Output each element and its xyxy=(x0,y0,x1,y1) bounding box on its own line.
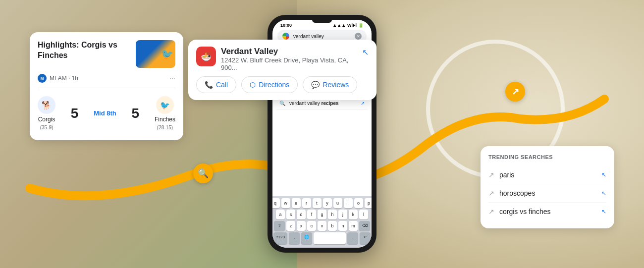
place-action-buttons: 📞 Call ⬡ Directions 💬 Reviews xyxy=(196,76,369,93)
key-x[interactable]: x xyxy=(297,221,306,231)
trending-icon: ↗ xyxy=(488,208,494,215)
external-link-icon: ↖ xyxy=(601,171,606,178)
key-k[interactable]: k xyxy=(349,210,358,219)
sports-card-title: Highlights: Corgis vs Finches xyxy=(38,40,130,61)
sports-score: 🐕 Corgis (35-9) 5 Mid 8th 5 🐦 Finches (2… xyxy=(38,94,175,132)
external-link-icon: ↖ xyxy=(601,190,606,197)
suggestion-text: verdant valley recipes xyxy=(289,101,357,106)
search-icon: 🔍 xyxy=(198,168,209,179)
key-c[interactable]: c xyxy=(307,221,316,231)
key-comma[interactable]: , xyxy=(289,232,300,244)
trending-up-icon: ↗ xyxy=(512,86,519,97)
key-b[interactable]: b xyxy=(328,221,337,231)
trending-item-paris[interactable]: ↗ paris ↖ xyxy=(488,166,606,184)
trending-card: TRENDING SEARCHES ↗ paris ↖ ↗ horoscopes… xyxy=(481,146,614,228)
key-r[interactable]: r xyxy=(302,198,311,208)
place-info: Verdant Valley 12422 W. Bluff Creek Driv… xyxy=(221,47,357,71)
key-i[interactable]: i xyxy=(344,198,353,208)
place-address: 12422 W. Bluff Creek Drive, Playa Vista,… xyxy=(221,56,357,71)
external-link-icon: ↖ xyxy=(601,208,606,215)
trending-item-corgis[interactable]: ↗ corgis vs finches ↖ xyxy=(488,203,606,220)
expand-icon[interactable]: ↖ xyxy=(362,48,369,57)
key-f[interactable]: f xyxy=(307,210,316,219)
keyboard-row-4: ?123 , 🌐 . ↵ xyxy=(273,232,371,244)
sports-card-header: Highlights: Corgis vs Finches 🐦 xyxy=(38,40,175,68)
place-result-card: 🍜 Verdant Valley 12422 W. Bluff Creek Dr… xyxy=(188,40,376,100)
trending-item-horoscopes[interactable]: ↗ horoscopes ↖ xyxy=(488,184,606,203)
wifi-icon: WiFi xyxy=(347,23,357,28)
directions-icon: ⬡ xyxy=(250,81,256,89)
call-icon: 📞 xyxy=(205,81,213,89)
call-button[interactable]: 📞 Call xyxy=(196,76,236,93)
place-icon: 🍜 xyxy=(196,47,216,66)
key-s[interactable]: s xyxy=(286,210,295,219)
search-bubble: 🔍 xyxy=(193,163,213,183)
key-a[interactable]: a xyxy=(276,210,285,219)
team-finches: 🐦 Finches (28-15) xyxy=(155,96,175,130)
phone-notch xyxy=(312,20,332,23)
time-display: 10:00 xyxy=(280,23,292,28)
key-u[interactable]: u xyxy=(333,198,342,208)
team-corgis: 🐕 Corgis (35-9) xyxy=(38,96,55,130)
source-label: MLAM · 1h xyxy=(50,75,78,82)
key-j[interactable]: j xyxy=(338,210,347,219)
reviews-icon: 💬 xyxy=(311,81,320,89)
place-name: Verdant Valley xyxy=(221,47,357,56)
clear-search-button[interactable]: ✕ xyxy=(355,33,362,40)
keyboard[interactable]: q w e r t y u i o p a s d f g h xyxy=(272,196,372,248)
signal-icons: ▲▲▲ WiFi 🔋 xyxy=(332,23,364,28)
key-period[interactable]: . xyxy=(347,232,358,244)
search-icon: 🔍 xyxy=(279,101,285,106)
key-globe[interactable]: 🌐 xyxy=(301,232,312,244)
finches-icon: 🐦 xyxy=(156,96,174,114)
score-team2: 5 xyxy=(132,106,140,121)
key-l[interactable]: l xyxy=(359,210,368,219)
sports-thumbnail: 🐦 xyxy=(136,40,175,68)
key-shift[interactable]: ⇧ xyxy=(274,221,285,231)
sports-card: Highlights: Corgis vs Finches 🐦 M MLAM ·… xyxy=(30,32,183,140)
trending-text: corgis vs finches xyxy=(499,208,596,215)
key-m[interactable]: m xyxy=(349,221,358,231)
directions-button[interactable]: ⬡ Directions xyxy=(241,76,298,93)
inning-info: Mid 8th xyxy=(94,109,116,117)
key-o[interactable]: o xyxy=(354,198,363,208)
key-e[interactable]: e xyxy=(292,198,301,208)
google-logo xyxy=(282,33,289,40)
trending-text: horoscopes xyxy=(499,189,596,197)
battery-icon: 🔋 xyxy=(358,23,364,28)
trending-icon: ↗ xyxy=(488,189,494,197)
sports-card-meta: M MLAM · 1h ··· xyxy=(38,74,175,88)
thumbnail-bg: 🐦 xyxy=(136,40,175,68)
trending-icon: ↗ xyxy=(488,171,494,179)
link-icon: ↗ xyxy=(361,101,365,106)
key-n[interactable]: n xyxy=(338,221,347,231)
keyboard-row-2: a s d f g h j k l xyxy=(273,210,371,219)
search-input-text: verdant valley xyxy=(293,34,351,39)
key-num[interactable]: ?123 xyxy=(273,232,287,244)
trending-up-bubble: ↗ xyxy=(505,82,525,102)
key-enter[interactable]: ↵ xyxy=(360,232,371,244)
key-g[interactable]: g xyxy=(318,210,326,219)
keyboard-row-3: ⇧ z x c v b n m ⌫ xyxy=(273,221,371,231)
corgis-icon: 🐕 xyxy=(38,96,55,114)
key-h[interactable]: h xyxy=(328,210,337,219)
key-p[interactable]: p xyxy=(365,198,372,208)
key-delete[interactable]: ⌫ xyxy=(359,221,370,231)
key-d[interactable]: d xyxy=(297,210,306,219)
score-team1: 5 xyxy=(71,106,79,121)
keyboard-row-1: q w e r t y u i o p xyxy=(273,198,371,208)
mlam-logo: M xyxy=(38,74,47,83)
more-options[interactable]: ··· xyxy=(169,74,175,82)
reviews-button[interactable]: 💬 Reviews xyxy=(303,76,357,93)
key-z[interactable]: z xyxy=(286,221,295,231)
signal-icon: ▲▲▲ xyxy=(332,23,346,28)
key-y[interactable]: y xyxy=(323,198,332,208)
key-v[interactable]: v xyxy=(318,221,326,231)
key-t[interactable]: t xyxy=(313,198,322,208)
key-w[interactable]: w xyxy=(281,198,290,208)
place-card-top: 🍜 Verdant Valley 12422 W. Bluff Creek Dr… xyxy=(196,47,369,71)
thumbnail-icon: 🐦 xyxy=(161,48,173,60)
key-q[interactable]: q xyxy=(272,198,280,208)
key-space[interactable] xyxy=(314,232,346,244)
trending-text: paris xyxy=(499,171,596,179)
